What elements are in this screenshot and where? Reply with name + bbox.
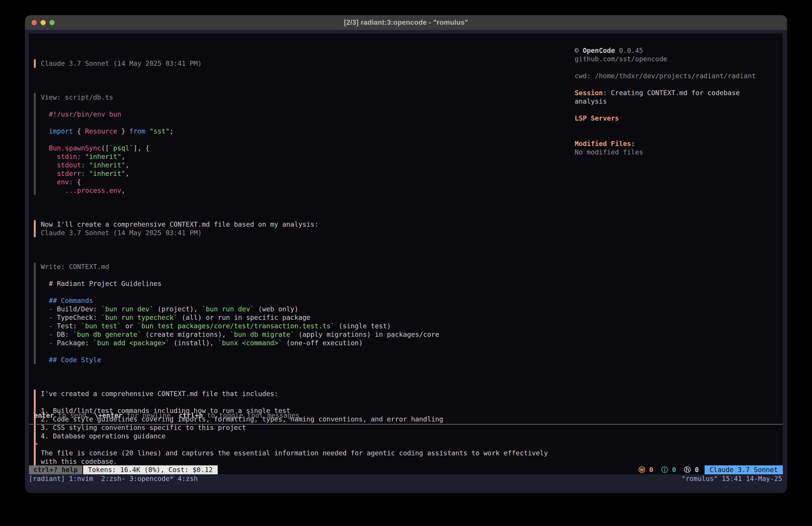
- assistant-message: Now I'll create a comprehensive CONTEXT.…: [34, 220, 566, 237]
- tool-message-view-db-ts: View: script/db.ts #!/usr/bin/env bun im…: [34, 93, 566, 195]
- tmux-status-bar: [radiant] 1:nvim 2:zsh- 3:opencode* 4:zs…: [25, 474, 787, 483]
- help-shortcut[interactable]: ctrl+? help: [29, 465, 82, 474]
- status-right-cluster: ⓦ 0 ⓘ 0 ⓗ 0 Claude 3.7 Sonnet: [638, 465, 783, 474]
- diagnostic-counters: ⓦ 0 ⓘ 0 ⓗ 0: [638, 465, 705, 474]
- tmux-session-clock: "romulus" 15:41 14-May-25: [681, 474, 782, 483]
- model-badge[interactable]: Claude 3.7 Sonnet: [705, 465, 783, 474]
- window-controls: [32, 15, 55, 30]
- session-sidebar: © OpenCode 0.0.45github.com/sst/opencode…: [575, 46, 784, 156]
- window-titlebar[interactable]: [2/3] radiant:3:opencode - "romulus": [25, 15, 787, 30]
- window-title: [2/3] radiant:3:opencode - "romulus": [344, 18, 468, 27]
- minimize-button[interactable]: [41, 20, 46, 25]
- terminal-content: Claude 3.7 Sonnet (14 May 2025 03:41 PM)…: [25, 30, 787, 493]
- tmux-window-list[interactable]: [radiant] 1:nvim 2:zsh- 3:opencode* 4:zs…: [29, 474, 198, 483]
- assistant-message-footer: Claude 3.7 Sonnet (14 May 2025 03:41 PM): [34, 59, 566, 68]
- opencode-tui: Claude 3.7 Sonnet (14 May 2025 03:41 PM)…: [29, 33, 783, 474]
- terminal-window: [2/3] radiant:3:opencode - "romulus" Cla…: [25, 15, 787, 493]
- tokens-cost-indicator: Tokens: 16.4K (8%), Cost: $0.12: [83, 465, 218, 474]
- opencode-status-bar: ctrl+? help Tokens: 16.4K (8%), Cost: $0…: [29, 465, 783, 474]
- keybinding-hint: enter to send, \+enter for newline, ctrl…: [34, 411, 300, 420]
- prompt-chevron-icon: >: [34, 440, 38, 448]
- zoom-button[interactable]: [49, 20, 55, 25]
- desktop: { "palette": { "fg": "#cfcfcf", "muted":…: [0, 0, 812, 526]
- close-button[interactable]: [32, 20, 37, 25]
- message-input[interactable]: [29, 425, 783, 469]
- tool-message-write-context-md: Write: CONTEXT.md # Radiant Project Guid…: [34, 262, 566, 364]
